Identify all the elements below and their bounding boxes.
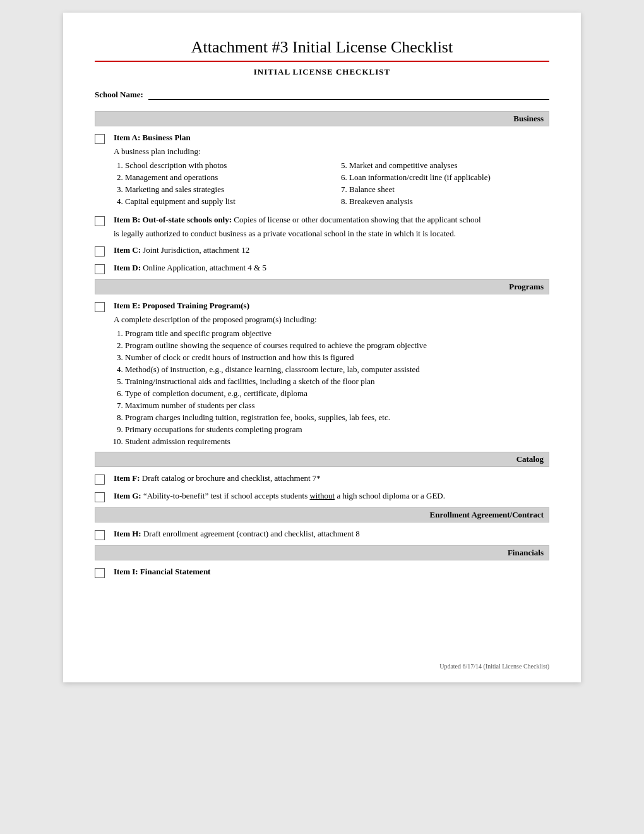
main-title: Attachment #3 Initial License Checklist [95, 38, 549, 57]
school-name-label: School Name: [95, 90, 143, 100]
list-item: Type of completion document, e.g., certi… [125, 389, 549, 399]
item-b-label-bold: Item B: Out-of-state schools only: [114, 215, 232, 224]
item-a-block: Item A: Business Plan A business plan in… [95, 133, 549, 208]
item-g-underline: without [309, 491, 335, 500]
item-g-label: Item G: “Ability-to-benefit” test if sch… [114, 491, 445, 501]
item-h-row: Item H: Draft enrollment agreement (cont… [95, 529, 549, 540]
item-e-content: A complete description of the proposed p… [114, 315, 549, 447]
item-h-label-bold: Item H: [114, 529, 141, 538]
item-b-checkbox[interactable] [95, 216, 105, 226]
item-c-label: Item C: Joint Jurisdiction, attachment 1… [114, 245, 249, 255]
item-a-label-bold: Item A: Business Plan [114, 133, 191, 142]
item-b-row: Item B: Out-of-state schools only: Copie… [95, 215, 549, 226]
item-e-numbered-list: Program title and specific program objec… [114, 329, 549, 447]
item-c-checkbox[interactable] [95, 246, 105, 257]
item-i-block: Item I: Financial Statement [95, 567, 549, 578]
list-item: Training/instructional aids and faciliti… [125, 377, 549, 387]
item-a-right-list: Market and competitive analyses Loan inf… [338, 160, 549, 207]
item-b-block: Item B: Out-of-state schools only: Copie… [95, 215, 549, 239]
list-item: Balance sheet [349, 184, 549, 195]
list-item: Loan information/credit line (if applica… [349, 172, 549, 183]
item-a-right-col: Market and competitive analyses Loan inf… [338, 160, 549, 208]
item-i-label-bold: Item I: Financial Statement [114, 567, 210, 576]
item-g-checkbox[interactable] [95, 492, 105, 502]
item-a-two-col: School description with photos Managemen… [114, 160, 549, 208]
list-item: Program charges including tuition, regis… [125, 413, 549, 423]
item-f-row: Item F: Draft catalog or brochure and ch… [95, 473, 549, 485]
item-d-row: Item D: Online Application, attachment 4… [95, 263, 549, 274]
list-item: Maximum number of students per class [125, 401, 549, 411]
list-item: Student admission requirements [125, 437, 549, 447]
page: Attachment #3 Initial License Checklist … [63, 13, 581, 682]
item-h-block: Item H: Draft enrollment agreement (cont… [95, 529, 549, 540]
item-c-row: Item C: Joint Jurisdiction, attachment 1… [95, 245, 549, 257]
list-item: Management and operations [125, 172, 325, 183]
list-item: Number of clock or credit hours of instr… [125, 353, 549, 363]
item-i-label: Item I: Financial Statement [114, 567, 210, 577]
item-e-row: Item E: Proposed Training Program(s) [95, 301, 549, 312]
item-e-checkbox[interactable] [95, 302, 105, 312]
item-d-checkbox[interactable] [95, 264, 105, 274]
item-f-checkbox[interactable] [95, 474, 105, 485]
list-item: Capital equipment and supply list [125, 196, 325, 207]
item-h-label: Item H: Draft enrollment agreement (cont… [114, 529, 360, 539]
item-b-label: Item B: Out-of-state schools only: Copie… [114, 215, 481, 225]
item-e-label-bold: Item E: Proposed Training Program(s) [114, 301, 249, 310]
item-f-label: Item F: Draft catalog or brochure and ch… [114, 473, 321, 483]
school-name-line [148, 88, 549, 100]
item-a-intro: A business plan including: [114, 147, 549, 157]
item-a-label: Item A: Business Plan [114, 133, 191, 143]
list-item: Market and competitive analyses [349, 160, 549, 171]
footer-text: Updated 6/17/14 (Initial License Checkli… [439, 663, 549, 670]
item-a-row: Item A: Business Plan [95, 133, 549, 144]
item-f-block: Item F: Draft catalog or brochure and ch… [95, 473, 549, 485]
item-e-label: Item E: Proposed Training Program(s) [114, 301, 249, 311]
list-item: Program outline showing the sequence of … [125, 341, 549, 351]
item-i-checkbox[interactable] [95, 568, 105, 578]
item-b-continuation: is legally authorized to conduct busines… [114, 229, 549, 239]
section-header-financials: Financials [95, 545, 549, 560]
item-d-block: Item D: Online Application, attachment 4… [95, 263, 549, 274]
item-g-label-bold: Item G: [114, 491, 141, 500]
section-header-programs: Programs [95, 279, 549, 294]
item-e-block: Item E: Proposed Training Program(s) A c… [95, 301, 549, 447]
school-name-row: School Name: [95, 88, 549, 100]
item-f-label-bold: Item F: [114, 473, 140, 483]
item-d-label: Item D: Online Application, attachment 4… [114, 263, 266, 273]
item-h-checkbox[interactable] [95, 530, 105, 540]
section-header-enrollment: Enrollment Agreement/Contract [95, 507, 549, 523]
item-e-intro: A complete description of the proposed p… [114, 315, 549, 325]
item-i-row: Item I: Financial Statement [95, 567, 549, 578]
list-item: Program title and specific program objec… [125, 329, 549, 339]
list-item: Breakeven analysis [349, 196, 549, 207]
section-header-business: Business [95, 111, 549, 126]
item-a-checkbox[interactable] [95, 134, 105, 144]
list-item: Method(s) of instruction, e.g., distance… [125, 365, 549, 375]
subtitle: INITIAL LICENSE CHECKLIST [95, 67, 549, 77]
item-g-block: Item G: “Ability-to-benefit” test if sch… [95, 491, 549, 502]
item-a-left-list: School description with photos Managemen… [114, 160, 325, 207]
item-c-label-bold: Item C: [114, 245, 141, 255]
item-d-label-bold: Item D: [114, 263, 141, 272]
item-b-label-bold2: Out-of-state schools only: [143, 215, 232, 224]
list-item: Marketing and sales strategies [125, 184, 325, 195]
item-c-block: Item C: Joint Jurisdiction, attachment 1… [95, 245, 549, 257]
list-item: Primary occupations for students complet… [125, 425, 549, 435]
item-a-left-col: School description with photos Managemen… [114, 160, 325, 208]
list-item: School description with photos [125, 160, 325, 171]
item-g-row: Item G: “Ability-to-benefit” test if sch… [95, 491, 549, 502]
item-a-content: A business plan including: School descri… [114, 147, 549, 208]
section-header-catalog: Catalog [95, 452, 549, 467]
